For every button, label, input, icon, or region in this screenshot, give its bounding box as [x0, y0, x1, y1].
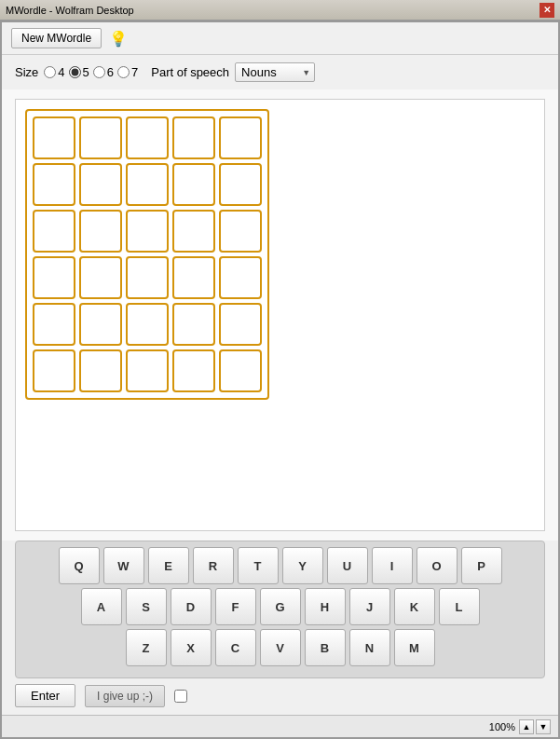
grid-cell-5-4 — [219, 349, 262, 392]
key-N[interactable]: N — [349, 629, 390, 666]
pos-select-wrapper: Nouns Verbs Adjectives All — [235, 62, 315, 82]
toolbar: New MWordle 💡 — [2, 22, 558, 55]
size-label-4: 4 — [58, 65, 64, 79]
controls-row: Size 4 5 6 7 Part of speech Nouns — [2, 55, 558, 89]
title-bar: MWordle - Wolfram Desktop ✕ — [0, 0, 560, 21]
keyboard-section: QWERTYUIOPASDFGHJKLZXCVBNM — [15, 541, 545, 678]
key-A[interactable]: A — [81, 588, 122, 625]
size-radio-7[interactable] — [117, 66, 130, 78]
size-radio-6[interactable] — [93, 66, 105, 78]
grid-cell-3-1 — [79, 256, 122, 299]
game-area — [2, 89, 558, 541]
size-label-7: 7 — [131, 65, 138, 79]
grid-cell-0-0 — [33, 116, 75, 159]
grid-cell-2-1 — [79, 210, 122, 253]
keyboard-row-2: ZXCVBNM — [29, 629, 531, 666]
key-S[interactable]: S — [126, 588, 167, 625]
key-K[interactable]: K — [394, 588, 435, 625]
grid-cell-2-2 — [126, 210, 169, 253]
key-spacer-2-8 — [439, 629, 480, 666]
size-option-7: 7 — [117, 65, 138, 79]
status-bar: 100% ▲ ▼ — [2, 715, 558, 737]
grid-cell-3-4 — [219, 256, 262, 299]
letter-grid — [25, 109, 269, 400]
grid-cell-2-0 — [33, 210, 75, 253]
zoom-control: ▲ ▼ — [519, 719, 551, 734]
size-radio-5[interactable] — [69, 66, 81, 78]
game-content — [15, 99, 545, 531]
enter-button[interactable]: Enter — [15, 684, 75, 707]
grid-cell-5-1 — [79, 349, 122, 392]
grid-cell-2-4 — [219, 210, 262, 253]
key-M[interactable]: M — [394, 629, 435, 666]
key-W[interactable]: W — [103, 547, 144, 584]
keyboard-row-1: ASDFGHJKL — [29, 588, 531, 625]
grid-cell-0-3 — [172, 116, 215, 159]
grid-cell-1-1 — [79, 163, 122, 206]
zoom-down-button[interactable]: ▼ — [536, 719, 551, 734]
key-H[interactable]: H — [305, 588, 346, 625]
checkbox-wrapper — [174, 690, 187, 703]
key-L[interactable]: L — [439, 588, 480, 625]
grid-cell-5-2 — [126, 349, 169, 392]
main-window: New MWordle 💡 Size 4 5 6 7 Part of speec… — [0, 21, 560, 739]
key-J[interactable]: J — [349, 588, 390, 625]
key-U[interactable]: U — [327, 547, 368, 584]
zoom-level: 100% — [489, 721, 515, 732]
key-Z[interactable]: Z — [126, 629, 167, 666]
grid-cell-5-3 — [172, 349, 215, 392]
size-option-5: 5 — [69, 65, 89, 79]
grid-cell-0-4 — [219, 116, 262, 159]
key-G[interactable]: G — [260, 588, 301, 625]
key-C[interactable]: C — [215, 629, 256, 666]
size-option-4: 4 — [44, 65, 64, 79]
grid-cell-0-1 — [79, 116, 122, 159]
key-E[interactable]: E — [148, 547, 189, 584]
key-O[interactable]: O — [417, 547, 458, 584]
grid-cell-3-2 — [126, 256, 169, 299]
key-X[interactable]: X — [171, 629, 212, 666]
grid-cell-4-4 — [219, 303, 262, 346]
key-B[interactable]: B — [305, 629, 346, 666]
grid-cell-2-3 — [172, 210, 215, 253]
new-mwordle-button[interactable]: New MWordle — [11, 28, 102, 48]
size-radio-group: 4 5 6 7 — [44, 65, 138, 79]
key-I[interactable]: I — [372, 547, 413, 584]
size-radio-4[interactable] — [44, 66, 56, 78]
size-label-5: 5 — [83, 65, 89, 79]
size-label: Size — [15, 65, 38, 79]
grid-cell-0-2 — [126, 116, 169, 159]
key-V[interactable]: V — [260, 629, 301, 666]
grid-cell-1-2 — [126, 163, 169, 206]
key-F[interactable]: F — [215, 588, 256, 625]
grid-cell-4-1 — [79, 303, 122, 346]
keyboard-row-0: QWERTYUIOP — [29, 547, 531, 584]
give-up-button[interactable]: I give up ;-) — [85, 685, 165, 707]
key-T[interactable]: T — [238, 547, 279, 584]
give-up-checkbox[interactable] — [174, 690, 187, 703]
grid-cell-5-0 — [33, 349, 75, 392]
key-D[interactable]: D — [171, 588, 212, 625]
size-label-6: 6 — [107, 65, 114, 79]
grid-cell-4-3 — [172, 303, 215, 346]
grid-cell-1-3 — [172, 163, 215, 206]
key-Q[interactable]: Q — [59, 547, 100, 584]
bottom-controls: Enter I give up ;-) — [2, 678, 558, 715]
grid-cell-3-0 — [33, 256, 75, 299]
close-button[interactable]: ✕ — [540, 3, 554, 18]
grid-cell-4-0 — [33, 303, 75, 346]
grid-cell-1-4 — [219, 163, 262, 206]
part-of-speech-label: Part of speech — [151, 65, 229, 79]
grid-cell-1-0 — [33, 163, 75, 206]
grid-cell-3-3 — [172, 256, 215, 299]
key-P[interactable]: P — [461, 547, 502, 584]
title-bar-text: MWordle - Wolfram Desktop — [6, 5, 134, 16]
lightbulb-icon[interactable]: 💡 — [109, 30, 128, 48]
part-of-speech-select[interactable]: Nouns Verbs Adjectives All — [235, 62, 315, 82]
grid-cell-4-2 — [126, 303, 169, 346]
zoom-up-button[interactable]: ▲ — [519, 719, 534, 734]
size-option-6: 6 — [93, 65, 114, 79]
key-Y[interactable]: Y — [282, 547, 323, 584]
key-R[interactable]: R — [193, 547, 234, 584]
key-spacer-2-0 — [81, 629, 122, 666]
